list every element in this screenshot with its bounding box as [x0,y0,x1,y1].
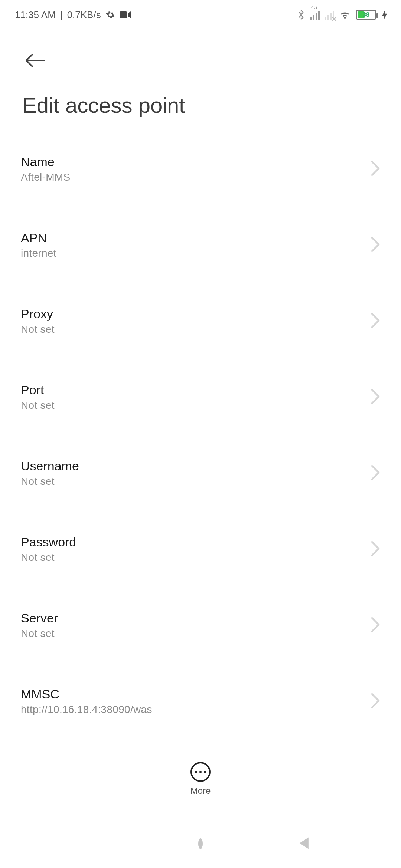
nav-back-button[interactable] [293,833,316,855]
row-label: Name [21,155,70,169]
chevron-right-icon [371,541,380,558]
settings-gear-icon [105,10,115,20]
row-server[interactable]: Server Not set [21,596,380,654]
arrow-left-icon [25,53,46,69]
signal-sim1-icon: 4G [310,10,320,20]
row-value: Aftel-MMS [21,171,70,183]
battery-percent: 38 [357,11,375,19]
row-port[interactable]: Port Not set [21,368,380,426]
chevron-right-icon [371,237,380,254]
nav-recents-button[interactable] [85,833,108,855]
chevron-right-icon [371,313,380,330]
signal-sim2-icon [325,10,334,20]
status-time: 11:35 AM [15,9,56,21]
row-mmsc[interactable]: MMSC http://10.16.18.4:38090/was [21,672,380,722]
status-right: 4G 38 [297,9,388,20]
chevron-right-icon [371,617,380,634]
network-type-label: 4G [311,5,317,10]
row-value: Not set [21,400,55,411]
row-proxy[interactable]: Proxy Not set [21,292,380,350]
row-label: Server [21,611,58,625]
row-username[interactable]: Username Not set [21,444,380,502]
page-title: Edit access point [0,74,401,129]
chevron-right-icon [371,465,380,482]
row-password[interactable]: Password Not set [21,520,380,578]
row-value: Not set [21,323,55,335]
row-label: Username [21,459,79,473]
back-button[interactable] [22,48,48,74]
nav-divider [11,819,390,819]
status-left: 11:35 AM | 0.7KB/s [15,9,131,21]
row-label: MMSC [21,687,152,701]
chevron-right-icon [371,693,380,710]
row-label: APN [21,231,56,245]
row-value: internet [21,247,56,259]
settings-list: Name Aftel-MMS APN internet Proxy Not se… [0,140,401,722]
row-value: http://10.16.18.4:38090/was [21,704,152,716]
bluetooth-icon [297,10,305,20]
status-separator: | [60,9,63,21]
row-label: Proxy [21,307,55,321]
row-label: Password [21,535,76,549]
status-bar: 11:35 AM | 0.7KB/s 4G 38 [0,0,401,30]
triangle-left-icon [298,836,311,851]
more-dots-icon [190,762,211,782]
more-button[interactable]: More [0,746,401,812]
row-value: Not set [21,628,58,640]
more-label: More [190,786,211,796]
row-name[interactable]: Name Aftel-MMS [21,140,380,198]
charging-bolt-icon [382,10,388,20]
battery-icon: 38 [356,10,376,20]
row-apn[interactable]: APN internet [21,216,380,274]
wifi-icon [339,9,351,20]
nav-bar [0,820,401,868]
row-value: Not set [21,476,79,487]
row-value: Not set [21,552,76,563]
nav-home-button[interactable] [189,833,212,855]
circle-icon [198,841,203,847]
row-label: Port [21,383,55,397]
chevron-right-icon [371,161,380,178]
chevron-right-icon [371,389,380,406]
svg-rect-1 [120,11,127,18]
camera-icon [120,11,131,19]
status-speed: 0.7KB/s [67,9,101,21]
